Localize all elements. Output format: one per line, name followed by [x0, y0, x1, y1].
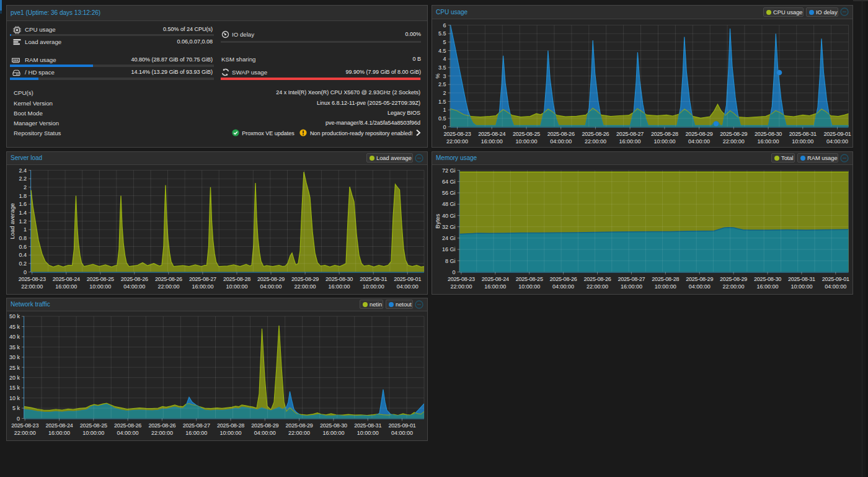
- svg-text:22:00:00: 22:00:00: [294, 283, 316, 290]
- svg-text:5: 5: [443, 39, 446, 45]
- svg-text:16:00:00: 16:00:00: [619, 138, 641, 145]
- svg-text:2025-08-30: 2025-08-30: [326, 276, 353, 282]
- svg-text:2025-08-26: 2025-08-26: [583, 276, 611, 282]
- svg-text:72 Gi: 72 Gi: [442, 167, 456, 174]
- svg-text:32 Gi: 32 Gi: [442, 224, 456, 230]
- svg-text:2025-09-01: 2025-09-01: [822, 276, 849, 282]
- svg-text:20 k: 20 k: [9, 375, 20, 381]
- svg-text:22:00:00: 22:00:00: [723, 138, 745, 145]
- svg-text:2025-08-25: 2025-08-25: [87, 276, 114, 282]
- svg-text:2025-08-27: 2025-08-27: [183, 422, 210, 429]
- svg-text:2.2: 2.2: [19, 176, 27, 182]
- svg-text:2025-08-26: 2025-08-26: [547, 131, 575, 137]
- svg-text:2025-08-23: 2025-08-23: [448, 276, 475, 282]
- svg-text:16:00:00: 16:00:00: [481, 138, 503, 145]
- svg-text:2025-09-01: 2025-09-01: [388, 422, 415, 429]
- svg-text:10:00:00: 10:00:00: [655, 283, 676, 290]
- svg-text:1.5: 1.5: [438, 99, 446, 105]
- svg-text:22:00:00: 22:00:00: [585, 138, 606, 145]
- svg-text:Bytes: Bytes: [434, 213, 441, 228]
- svg-text:10:00:00: 10:00:00: [515, 138, 537, 145]
- svg-text:10:00:00: 10:00:00: [363, 283, 384, 290]
- svg-text:2025-08-28: 2025-08-28: [651, 131, 678, 137]
- svg-text:10:00:00: 10:00:00: [219, 430, 241, 436]
- svg-text:1.2: 1.2: [19, 218, 27, 225]
- svg-text:2025-08-26: 2025-08-26: [114, 422, 141, 429]
- svg-text:16 Gi: 16 Gi: [442, 246, 456, 252]
- svg-text:2025-08-24: 2025-08-24: [478, 131, 505, 137]
- svg-text:2025-08-23: 2025-08-23: [11, 422, 38, 429]
- svg-text:10:00:00: 10:00:00: [357, 430, 379, 436]
- svg-text:3: 3: [443, 73, 446, 79]
- svg-text:16:00:00: 16:00:00: [322, 430, 344, 436]
- svg-text:45 k: 45 k: [9, 324, 20, 330]
- svg-text:2025-08-26: 2025-08-26: [121, 276, 148, 282]
- svg-text:2: 2: [443, 90, 446, 96]
- svg-text:2025-08-30: 2025-08-30: [320, 422, 347, 429]
- svg-text:2025-08-31: 2025-08-31: [360, 276, 387, 282]
- svg-text:16:00:00: 16:00:00: [621, 283, 642, 290]
- svg-text:2025-08-27: 2025-08-27: [189, 276, 216, 282]
- svg-text:48 Gi: 48 Gi: [442, 201, 456, 207]
- svg-text:22:00:00: 22:00:00: [288, 430, 310, 436]
- svg-text:10:00:00: 10:00:00: [653, 138, 675, 145]
- svg-text:2025-08-23: 2025-08-23: [19, 276, 46, 282]
- svg-text:56 Gi: 56 Gi: [442, 190, 456, 196]
- svg-text:25 k: 25 k: [9, 365, 20, 371]
- svg-text:2025-08-28: 2025-08-28: [223, 276, 250, 282]
- svg-text:04:00:00: 04:00:00: [260, 283, 281, 290]
- svg-text:04:00:00: 04:00:00: [123, 283, 145, 290]
- svg-text:2.4: 2.4: [19, 167, 27, 174]
- svg-text:8 Gi: 8 Gi: [445, 258, 456, 264]
- svg-text:40 Gi: 40 Gi: [442, 213, 456, 219]
- svg-text:2: 2: [24, 184, 27, 190]
- svg-text:0: 0: [443, 124, 446, 130]
- svg-text:0.8: 0.8: [19, 235, 27, 241]
- svg-text:2025-08-29: 2025-08-29: [291, 276, 319, 282]
- svg-text:1.8: 1.8: [19, 193, 27, 199]
- svg-text:16:00:00: 16:00:00: [48, 430, 70, 436]
- svg-text:22:00:00: 22:00:00: [157, 283, 179, 290]
- svg-text:04:00:00: 04:00:00: [397, 283, 418, 290]
- svg-text:2025-08-23: 2025-08-23: [443, 131, 471, 137]
- svg-text:1.6: 1.6: [19, 201, 27, 207]
- svg-text:04:00:00: 04:00:00: [391, 430, 413, 436]
- svg-text:0: 0: [17, 416, 20, 422]
- svg-text:04:00:00: 04:00:00: [552, 283, 574, 290]
- svg-text:04:00:00: 04:00:00: [688, 138, 710, 145]
- svg-text:2025-08-26: 2025-08-26: [155, 276, 182, 282]
- svg-text:2025-08-29: 2025-08-29: [686, 131, 713, 137]
- svg-text:2025-08-27: 2025-08-27: [616, 131, 644, 137]
- svg-text:Load average: Load average: [9, 203, 16, 239]
- svg-text:22:00:00: 22:00:00: [723, 283, 745, 290]
- svg-text:0.2: 0.2: [19, 261, 27, 267]
- svg-text:1: 1: [24, 226, 27, 233]
- svg-text:10:00:00: 10:00:00: [792, 138, 813, 145]
- svg-text:2025-09-01: 2025-09-01: [823, 131, 851, 137]
- svg-text:2025-08-28: 2025-08-28: [217, 422, 244, 429]
- svg-text:22:00:00: 22:00:00: [446, 138, 468, 145]
- svg-text:6: 6: [443, 22, 446, 29]
- svg-text:2025-08-24: 2025-08-24: [482, 276, 509, 282]
- svg-text:1: 1: [443, 107, 446, 113]
- svg-text:3.5: 3.5: [438, 65, 446, 71]
- svg-text:2025-08-26: 2025-08-26: [148, 422, 175, 429]
- svg-text:2025-08-31: 2025-08-31: [789, 131, 817, 137]
- svg-text:24 Gi: 24 Gi: [442, 235, 456, 241]
- svg-text:16:00:00: 16:00:00: [192, 283, 213, 290]
- svg-text:35 k: 35 k: [9, 344, 20, 350]
- svg-text:10:00:00: 10:00:00: [89, 283, 111, 290]
- svg-text:04:00:00: 04:00:00: [826, 138, 848, 145]
- svg-text:2025-08-26: 2025-08-26: [550, 276, 577, 282]
- svg-text:2025-08-29: 2025-08-29: [720, 276, 747, 282]
- svg-text:15 k: 15 k: [9, 385, 20, 391]
- svg-text:10:00:00: 10:00:00: [82, 430, 104, 436]
- svg-text:2025-08-25: 2025-08-25: [80, 422, 107, 429]
- svg-text:30 k: 30 k: [9, 354, 20, 360]
- svg-text:2025-08-26: 2025-08-26: [582, 131, 609, 137]
- svg-text:2.5: 2.5: [438, 81, 446, 87]
- svg-text:22:00:00: 22:00:00: [151, 430, 173, 436]
- svg-text:10:00:00: 10:00:00: [790, 283, 812, 290]
- svg-text:16:00:00: 16:00:00: [329, 283, 350, 290]
- svg-text:2025-08-29: 2025-08-29: [286, 422, 313, 429]
